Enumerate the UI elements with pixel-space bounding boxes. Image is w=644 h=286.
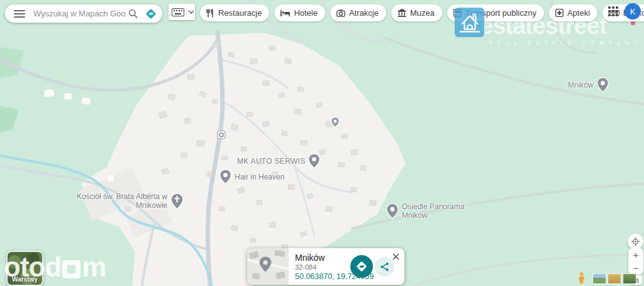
chip-pharmacies[interactable]: Apteki [549, 4, 597, 21]
estate-street-subtitle: REAL ESTATE COMPANY [489, 40, 642, 46]
search-input[interactable] [32, 8, 127, 19]
imagery-thumb[interactable] [623, 273, 636, 284]
avatar[interactable]: K [625, 3, 641, 20]
place-card-title: Mników [295, 253, 325, 263]
map-pin-icon [258, 256, 272, 273]
restaurant-icon [206, 9, 214, 18]
imagery-thumb[interactable] [592, 273, 606, 284]
museum-icon [397, 9, 406, 17]
poi-label: Osiedle Panorama Mników [402, 202, 468, 220]
google-maps-app: Mników Kościół św. Brata Alberta w Mniko… [0, 0, 644, 286]
zoom-control: + − [628, 248, 643, 275]
place-pin-icon [386, 203, 399, 219]
directions-icon [355, 260, 369, 273]
zoom-in-button[interactable]: + [628, 248, 643, 261]
camera-icon [336, 9, 345, 17]
keyboard-icon [172, 8, 184, 16]
search-icon[interactable] [127, 8, 140, 20]
my-location-icon [631, 237, 640, 246]
church-pin-icon [170, 193, 184, 210]
close-icon[interactable] [390, 251, 401, 262]
place-pin-icon [219, 169, 232, 185]
divider [186, 6, 187, 18]
poi-label: MK AUTO SERWIS [237, 157, 305, 166]
estate-street-logo-icon [455, 8, 484, 37]
share-icon [380, 262, 389, 272]
chip-museums[interactable]: Muzea [391, 4, 442, 21]
otodom-watermark: otodm [4, 251, 106, 283]
poi-mnikow-locality[interactable]: Mników [568, 77, 609, 93]
hotel-icon [280, 9, 290, 17]
chip-restaurants[interactable]: Restauracje [200, 4, 269, 21]
otodom-square-o [62, 260, 80, 278]
pegman-icon[interactable] [577, 272, 586, 284]
zoom-out-button[interactable]: − [628, 262, 643, 275]
category-chips: Restauracje Hotele Atrakcje [200, 4, 644, 21]
chevron-down-icon [188, 10, 194, 14]
pharmacy-icon [555, 9, 564, 17]
directions-button[interactable] [350, 255, 373, 278]
place-card: Mników 32-084 50.063870, 19.724059 [247, 248, 404, 285]
estate-trademark-mark [631, 21, 635, 25]
chip-hotels[interactable]: Hotele [274, 4, 325, 21]
poi-hair-in-heaven[interactable]: Hair in Heaven [219, 169, 284, 185]
place-card-postcode: 32-084 [295, 263, 316, 271]
my-location-button[interactable] [628, 234, 643, 249]
keyboard-tools-button[interactable] [169, 4, 195, 20]
poi-label: Mników [568, 81, 594, 89]
poi-osiedle-panorama[interactable]: Osiedle Panorama Mników [386, 202, 468, 220]
directions-icon[interactable] [145, 8, 157, 20]
imagery-thumbnails [592, 273, 636, 284]
google-apps-icon[interactable] [608, 6, 618, 16]
place-pin-icon [596, 77, 609, 93]
chip-attractions[interactable]: Atrakcje [330, 4, 386, 21]
poi-church[interactable]: Kościół św. Brata Alberta w Mnikowie [73, 192, 184, 210]
poi-label: Kościół św. Brata Alberta w Mnikowie [73, 192, 167, 210]
menu-icon[interactable] [14, 10, 25, 18]
poi-mk-auto-serwis[interactable]: MK AUTO SERWIS [237, 153, 321, 169]
imagery-thumb[interactable] [608, 273, 621, 284]
search-bar [5, 4, 162, 23]
place-card-thumbnail[interactable] [247, 248, 289, 285]
place-pin-icon [308, 153, 321, 169]
poi-label: Hair in Heaven [235, 173, 284, 181]
